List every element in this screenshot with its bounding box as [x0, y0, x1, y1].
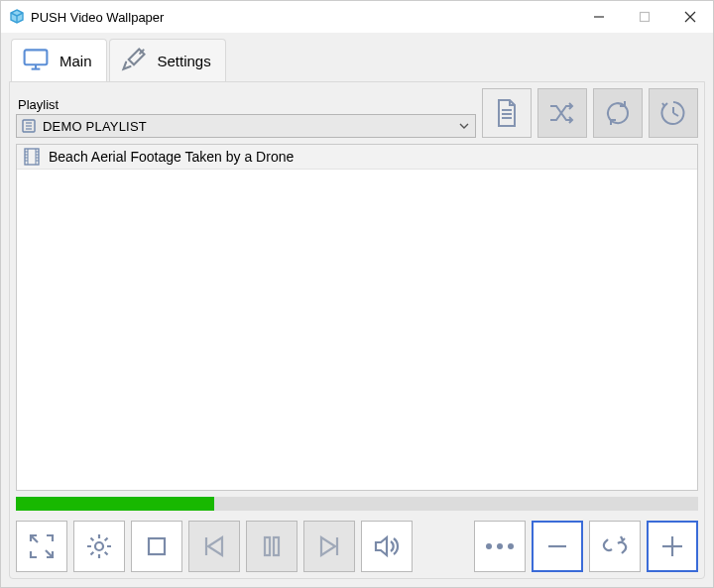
film-icon	[23, 148, 41, 166]
settings-gear-button[interactable]	[73, 521, 125, 572]
svg-rect-35	[149, 538, 165, 554]
timer-button[interactable]	[649, 88, 698, 138]
progress-bar[interactable]	[16, 497, 698, 511]
stop-button[interactable]	[131, 521, 182, 572]
minimize-button[interactable]	[576, 1, 622, 33]
playlist-icon	[21, 118, 37, 134]
chevron-down-icon	[457, 119, 471, 133]
close-button[interactable]	[667, 1, 713, 33]
remove-button[interactable]	[532, 521, 583, 572]
shuffle-button[interactable]	[537, 88, 587, 138]
wrench-icon	[120, 46, 148, 76]
next-button[interactable]	[303, 521, 355, 572]
svg-marker-37	[208, 537, 222, 555]
list-item-title: Beach Aerial Footage Taken by a Drone	[49, 149, 294, 165]
svg-point-34	[95, 542, 103, 550]
tab-settings-label: Settings	[158, 53, 211, 69]
svg-line-20	[673, 113, 678, 116]
playlist-file-button[interactable]	[482, 88, 532, 138]
svg-rect-38	[265, 537, 270, 555]
tab-settings[interactable]: Settings	[109, 39, 226, 82]
tabstrip: Main Settings	[9, 39, 705, 82]
link-break-button[interactable]	[589, 521, 641, 572]
window-title: PUSH Video Wallpaper	[31, 10, 164, 25]
progress-fill	[16, 497, 214, 511]
playlist-label: Playlist	[16, 97, 476, 112]
svg-rect-21	[25, 149, 39, 165]
fullscreen-button[interactable]	[16, 521, 67, 572]
svg-rect-5	[641, 13, 650, 22]
more-icon	[486, 543, 514, 549]
playlist-items[interactable]: Beach Aerial Footage Taken by a Drone	[16, 144, 698, 491]
playlist-dropdown[interactable]: DEMO PLAYLIST	[16, 114, 476, 138]
monitor-icon	[22, 46, 50, 76]
tab-page-main: Playlist DEMO PLAYLIST	[9, 81, 705, 579]
titlebar: PUSH Video Wallpaper	[1, 1, 713, 33]
refresh-button[interactable]	[593, 88, 643, 138]
svg-marker-42	[376, 537, 387, 555]
add-button[interactable]	[647, 521, 698, 572]
svg-marker-41	[321, 537, 335, 555]
tab-main[interactable]: Main	[11, 39, 107, 82]
app-icon	[9, 9, 25, 25]
tab-main-label: Main	[60, 53, 92, 69]
list-item[interactable]: Beach Aerial Footage Taken by a Drone	[17, 145, 697, 170]
maximize-button	[622, 1, 667, 33]
pause-button[interactable]	[246, 521, 298, 572]
bottom-toolbar	[16, 517, 698, 572]
previous-button[interactable]	[188, 521, 240, 572]
svg-rect-39	[274, 537, 279, 555]
playlist-selected: DEMO PLAYLIST	[43, 119, 451, 134]
more-button[interactable]	[474, 521, 526, 572]
svg-rect-8	[25, 50, 48, 64]
volume-button[interactable]	[361, 521, 413, 572]
